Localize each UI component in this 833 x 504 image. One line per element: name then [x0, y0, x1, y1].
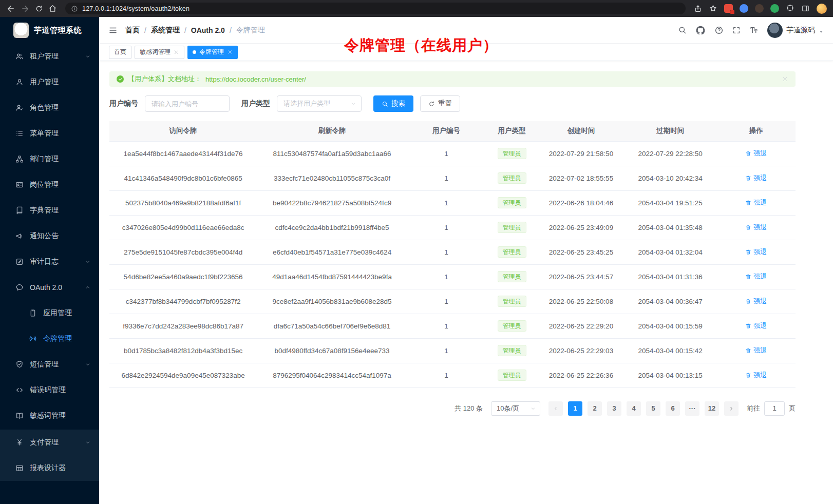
force-logout-button[interactable]: 强退 [745, 297, 767, 306]
sidebar-item[interactable]: 用户管理 [0, 69, 99, 95]
next-page-button[interactable] [724, 401, 739, 416]
sidebar-item[interactable]: 报表设计器 [0, 455, 99, 481]
page-button[interactable]: 3 [607, 401, 621, 416]
force-logout-button[interactable]: 强退 [745, 346, 767, 355]
forward-icon[interactable] [21, 4, 30, 13]
sidebar-item[interactable]: 应用管理 [0, 300, 99, 326]
back-icon[interactable] [6, 4, 15, 13]
page-button[interactable]: 2 [588, 401, 602, 416]
sidebar-item[interactable]: OAuth 2.0 [0, 275, 99, 300]
tab-token[interactable]: 令牌管理 [187, 46, 238, 59]
tab-home[interactable]: 首页 [109, 46, 131, 59]
reset-button[interactable]: 重置 [420, 95, 460, 112]
extensions-puzzle-icon[interactable] [786, 4, 794, 13]
sidebar-item[interactable]: 支付管理 [0, 430, 99, 455]
breadcrumb-item[interactable]: 系统管理 [151, 26, 180, 35]
force-logout-button[interactable]: 强退 [745, 173, 767, 183]
action-cell: 强退 [716, 363, 796, 387]
breadcrumb-item[interactable]: 首页 [125, 26, 140, 35]
sidebar-item[interactable]: 租户管理 [0, 44, 99, 69]
search-icon[interactable] [678, 26, 687, 34]
goto-page-input[interactable] [764, 401, 785, 416]
header-actions: 芋道源码 [678, 23, 824, 38]
reload-icon[interactable] [35, 5, 43, 13]
page-ellipsis[interactable]: ··· [685, 401, 699, 416]
alert-close-icon[interactable] [782, 76, 788, 83]
force-logout-button[interactable]: 强退 [745, 321, 767, 331]
force-logout-button[interactable]: 强退 [745, 272, 767, 281]
sidebar-item[interactable]: 字典管理 [0, 198, 99, 223]
force-logout-label: 强退 [753, 297, 767, 306]
close-icon[interactable] [227, 49, 233, 55]
user-type-badge: 管理员 [498, 197, 526, 208]
user-menu[interactable]: 芋道源码 [767, 23, 824, 38]
sidebar-menu: 租户管理用户管理角色管理菜单管理部门管理岗位管理字典管理通知公告审计日志OAut… [0, 44, 99, 504]
user-id-input[interactable] [145, 95, 230, 112]
force-logout-button[interactable]: 强退 [745, 198, 767, 207]
home-icon[interactable] [48, 4, 57, 13]
browser-profile-avatar[interactable] [817, 4, 827, 14]
sidebar-item[interactable]: 部门管理 [0, 146, 99, 172]
font-size-icon[interactable] [749, 26, 759, 35]
app-logo[interactable]: 芋道管理系统 [0, 17, 99, 44]
fullscreen-icon[interactable] [732, 26, 741, 34]
refresh-token-cell: 333ecfc71e02480cb11055c875c3ca0f [257, 166, 407, 190]
sidebar-item[interactable]: 错误码管理 [0, 377, 99, 403]
sidebar-item[interactable]: 角色管理 [0, 95, 99, 121]
sidebar-item-label: 令牌管理 [43, 334, 91, 343]
force-logout-button[interactable]: 强退 [745, 223, 767, 232]
user-type-cell: 管理员 [485, 338, 538, 363]
table-row: 502375b8040a469a9b82188afdf6af1fbe90422b… [109, 190, 796, 215]
side-panel-icon[interactable] [801, 4, 810, 13]
extension-blue-icon[interactable] [740, 4, 748, 13]
user-type-select[interactable]: 请选择用户类型 [277, 95, 362, 112]
role-icon [15, 104, 24, 112]
page-size-select[interactable]: 10条/页 [491, 401, 540, 416]
help-icon[interactable] [714, 26, 724, 35]
info-icon[interactable] [71, 5, 78, 12]
table-row: 41c41346a548490f9dc8b01c6bfe0865333ecfc7… [109, 166, 796, 190]
errcode-icon [15, 386, 24, 394]
table-row: c347026e805e4d99b0d116eae66eda8ccdfc4ce9… [109, 215, 796, 240]
force-logout-button[interactable]: 强退 [745, 371, 767, 380]
extension-badge [730, 10, 735, 14]
force-logout-button[interactable]: 强退 [745, 149, 767, 158]
browser-actions [694, 4, 827, 14]
pay-icon [15, 438, 24, 447]
sidebar-item[interactable]: 岗位管理 [0, 172, 99, 198]
sidebar-item[interactable]: 敏感词管理 [0, 403, 99, 429]
sidebar-item-label: 字典管理 [30, 206, 91, 215]
close-icon[interactable] [174, 49, 179, 55]
menu-collapse-icon[interactable] [108, 26, 118, 35]
user-id-cell: 1 [407, 289, 485, 314]
sidebar-item[interactable]: 令牌管理 [0, 326, 99, 352]
breadcrumb-item[interactable]: OAuth 2.0 [191, 26, 225, 34]
search-button[interactable]: 搜索 [373, 95, 413, 112]
page-button[interactable]: 12 [705, 401, 719, 416]
page-button[interactable]: 1 [568, 401, 582, 416]
github-icon[interactable] [695, 25, 706, 35]
user-id-cell: 1 [407, 240, 485, 264]
extension-dark-icon[interactable] [755, 4, 764, 13]
access-token-cell: 41c41346a548490f9dc8b01c6bfe0865 [109, 166, 257, 190]
extension-green-icon[interactable] [770, 4, 779, 13]
sidebar-item[interactable]: 审计日志 [0, 249, 99, 275]
force-logout-button[interactable]: 强退 [745, 247, 767, 257]
sidebar-item[interactable]: 菜单管理 [0, 121, 99, 146]
page-button[interactable]: 6 [666, 401, 680, 416]
report-icon [15, 464, 24, 472]
prev-page-button[interactable] [548, 401, 563, 416]
share-icon[interactable] [694, 5, 702, 13]
extension-red-icon[interactable] [724, 4, 733, 13]
url-bar[interactable]: 127.0.0.1:1024/system/oauth2/token [65, 3, 686, 14]
create-time-cell: 2022-06-25 23:44:57 [538, 264, 624, 289]
doc-link[interactable]: https://doc.iocoder.cn/user-center/ [205, 75, 306, 83]
page-button[interactable]: 5 [646, 401, 660, 416]
page-button[interactable]: 4 [627, 401, 641, 416]
sms-icon [15, 360, 24, 369]
chevron-right-icon [728, 405, 734, 412]
sidebar-item[interactable]: 短信管理 [0, 352, 99, 377]
bookmark-star-icon[interactable] [709, 4, 717, 13]
sidebar-item[interactable]: 通知公告 [0, 223, 99, 249]
tab-sensitive-words[interactable]: 敏感词管理 [135, 46, 184, 59]
